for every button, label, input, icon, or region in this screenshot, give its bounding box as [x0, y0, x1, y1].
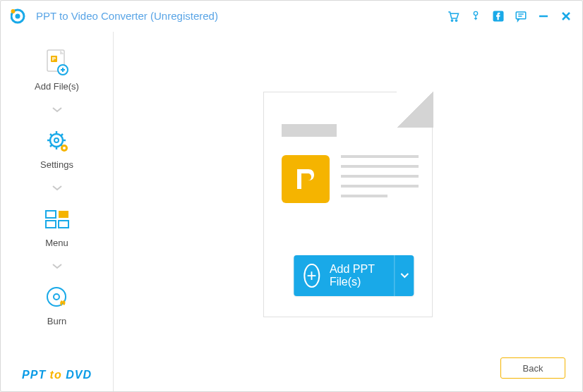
cart-icon[interactable]: [447, 10, 459, 23]
app-logo-icon: [11, 7, 29, 25]
chevron-down-icon: [52, 181, 62, 194]
title-bar: PPT to Video Converter (Unregistered): [1, 1, 582, 32]
chevron-down-icon: [52, 259, 62, 272]
back-button[interactable]: Back: [500, 357, 565, 379]
gear-icon: [43, 127, 71, 155]
disc-burn-icon: [43, 283, 71, 312]
svg-rect-30: [46, 211, 56, 218]
sidebar-item-label: Settings: [40, 159, 73, 170]
svg-point-18: [50, 134, 63, 147]
add-ppt-files-button[interactable]: + Add PPT File(s): [294, 255, 414, 296]
svg-rect-7: [516, 12, 526, 19]
sidebar-item-label: Menu: [45, 238, 68, 248]
svg-line-27: [50, 145, 52, 147]
feedback-icon[interactable]: [515, 10, 527, 23]
titlebar-actions: [447, 10, 572, 23]
brand-text: PPT to DVD: [1, 369, 113, 381]
app-window: PPT to Video Converter (Unregistered): [0, 0, 583, 392]
ppt-icon: [282, 155, 330, 203]
svg-point-19: [54, 138, 59, 142]
menu-grid-icon: [43, 205, 71, 233]
svg-rect-33: [59, 221, 68, 228]
svg-point-2: [11, 9, 16, 13]
brand-mid: to: [50, 369, 66, 381]
main-area: + Add PPT File(s) Back: [114, 32, 582, 391]
brand-right: DVD: [66, 369, 92, 381]
svg-point-4: [455, 19, 457, 20]
window-title: PPT to Video Converter (Unregistered): [36, 10, 440, 22]
facebook-icon[interactable]: [492, 10, 505, 23]
svg-point-29: [63, 147, 66, 149]
add-button-label: Add PPT File(s): [330, 263, 379, 288]
document-placeholder: + Add PPT File(s): [263, 92, 433, 317]
svg-point-35: [54, 294, 59, 300]
placeholder-bar: [282, 124, 337, 137]
caret-down-icon: [400, 273, 409, 278]
add-files-icon: P: [43, 49, 71, 77]
plus-icon: +: [303, 264, 320, 288]
svg-point-1: [16, 13, 20, 18]
sidebar-item-label: Add File(s): [35, 81, 79, 92]
sidebar: P Add File(s): [1, 32, 114, 391]
svg-line-26: [61, 134, 63, 136]
svg-line-24: [50, 134, 52, 136]
chevron-down-icon: [52, 103, 62, 116]
sidebar-item-label: Burn: [47, 316, 66, 326]
add-ppt-main[interactable]: + Add PPT File(s): [294, 255, 394, 296]
svg-text:P: P: [52, 56, 56, 62]
body: P Add File(s): [1, 32, 582, 391]
back-button-label: Back: [523, 363, 543, 374]
key-icon[interactable]: [469, 10, 482, 23]
svg-rect-31: [59, 211, 68, 218]
sidebar-item-burn[interactable]: Burn: [1, 283, 113, 326]
svg-rect-32: [46, 221, 56, 228]
placeholder-lines: [341, 155, 419, 197]
page-fold-icon: [397, 91, 433, 128]
svg-point-5: [474, 11, 477, 15]
brand-left: PPT: [22, 369, 50, 381]
close-button[interactable]: [560, 10, 572, 23]
add-ppt-dropdown[interactable]: [395, 255, 414, 296]
svg-point-3: [451, 19, 452, 20]
sidebar-item-settings[interactable]: Settings: [1, 127, 113, 170]
minimize-button[interactable]: [537, 10, 550, 23]
sidebar-item-add-files[interactable]: P Add File(s): [1, 49, 113, 92]
sidebar-item-menu[interactable]: Menu: [1, 205, 113, 248]
